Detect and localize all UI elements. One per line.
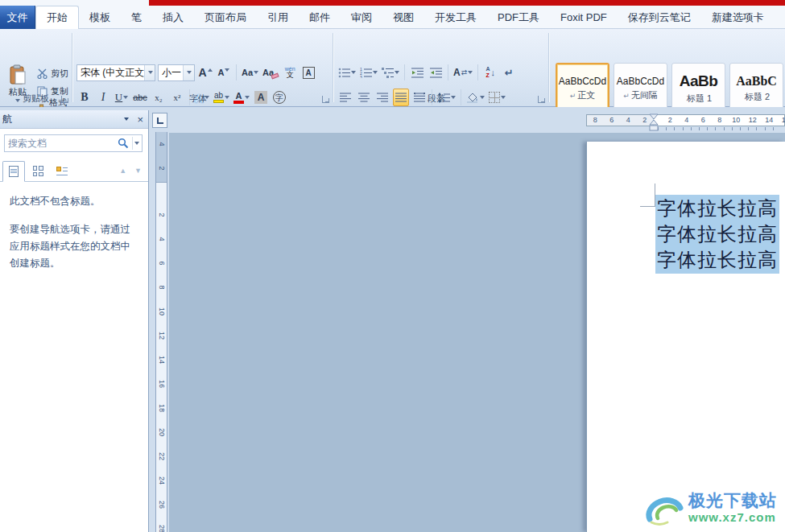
font-name-value: 宋体 (中文正文: [81, 66, 144, 80]
navigation-pane-title: 航: [2, 113, 12, 126]
font-group-label: 字体: [75, 93, 321, 105]
ribbon-tab[interactable]: 模板: [79, 6, 121, 29]
ribbon-tab[interactable]: Foxit PDF: [550, 6, 618, 29]
browse-results-tab[interactable]: [51, 160, 73, 181]
grow-caret-icon: [208, 68, 213, 72]
sort-button[interactable]: AZ ↓: [482, 64, 498, 81]
browse-headings-tab[interactable]: [2, 161, 25, 182]
decrease-indent-icon: [411, 68, 423, 78]
ribbon-tab[interactable]: 笔: [121, 6, 152, 29]
ribbon-tab[interactable]: 插入: [152, 6, 194, 29]
change-case-button[interactable]: Aa: [241, 64, 259, 81]
ruler-number: 4: [620, 115, 637, 126]
ribbon-tab[interactable]: 邮件: [299, 6, 341, 29]
tab-selector-button[interactable]: [152, 113, 167, 128]
pane-options-caret-icon[interactable]: [124, 118, 129, 121]
shrink-font-button[interactable]: A: [216, 64, 232, 81]
phonetic-guide-button[interactable]: wén 文: [282, 64, 298, 81]
clipboard-dialog-launcher[interactable]: [61, 96, 68, 103]
selected-text-block: 字体拉长拉高字体拉长拉高字体拉长拉高: [655, 195, 779, 274]
top-red-bar: [149, 0, 785, 6]
word-window: 文件 开始模板笔插入页面布局引用邮件审阅视图开发工具PDF工具Foxit PDF…: [0, 0, 785, 532]
ribbon-tab[interactable]: 审阅: [341, 6, 382, 29]
svg-text:3: 3: [360, 74, 362, 78]
asian-layout-button[interactable]: A ⇄: [452, 64, 473, 81]
ruler-number: 8: [587, 115, 604, 126]
style-name: 无间隔: [631, 89, 658, 101]
character-border-icon: A: [303, 67, 315, 79]
ribbon-tab-bar: 文件 开始模板笔插入页面布局引用邮件审阅视图开发工具PDF工具Foxit PDF…: [0, 0, 785, 29]
bullets-button[interactable]: [337, 64, 357, 81]
ribbon-tab[interactable]: 开始: [35, 6, 79, 30]
cut-button[interactable]: 剪切: [37, 64, 68, 82]
ruler-number: 10: [728, 115, 745, 126]
ruler-number: 14: [761, 115, 778, 126]
previous-result-arrow-icon[interactable]: ▲: [119, 167, 126, 175]
document-area: 字体拉长拉高字体拉长拉高字体拉长拉高 极光下载站 www.xz7.com: [169, 133, 785, 532]
vertical-ruler-column: 42 246810121416182022242628: [150, 107, 169, 532]
search-input[interactable]: [8, 138, 118, 149]
ribbon-tab[interactable]: 视图: [382, 6, 424, 29]
page-thumbnails-icon: [33, 166, 43, 176]
font-name-combo[interactable]: 宋体 (中文正文: [76, 64, 155, 81]
bullets-icon: [338, 68, 350, 78]
search-box: [4, 134, 143, 152]
font-name-caret-icon[interactable]: [144, 65, 155, 80]
increase-indent-button[interactable]: [428, 64, 444, 81]
watermark-logo-icon: [643, 487, 685, 529]
clear-formatting-button[interactable]: Aa: [262, 64, 279, 81]
ruler-number: 6: [695, 115, 712, 126]
numbering-button[interactable]: 123: [359, 64, 378, 81]
decrease-indent-button[interactable]: [409, 64, 425, 81]
ribbon-tab[interactable]: 开发工具: [424, 6, 487, 29]
tab-file[interactable]: 文件: [0, 6, 35, 29]
search-options-caret-icon[interactable]: [134, 142, 139, 145]
document-text-line[interactable]: 字体拉长拉高: [657, 196, 778, 221]
document-page[interactable]: 字体拉长拉高字体拉长拉高字体拉长拉高 极光下载站 www.xz7.com: [586, 142, 785, 532]
grow-font-button[interactable]: A: [197, 64, 213, 81]
ribbon-tab[interactable]: 引用: [257, 6, 299, 29]
style-sample: AaBb: [680, 72, 718, 90]
show-marks-button[interactable]: ↵: [501, 64, 517, 81]
style-sample: AaBbCcDd: [617, 76, 664, 87]
document-text-line[interactable]: 字体拉长拉高: [657, 247, 778, 273]
ribbon-tab[interactable]: 页面布局: [194, 6, 257, 29]
style-name: 正文: [577, 89, 595, 101]
ruler-number: 4: [679, 115, 696, 126]
pane-close-icon[interactable]: ×: [137, 113, 143, 126]
paragraph-mark-icon: ↵: [505, 67, 514, 79]
ribbon-tab[interactable]: 保存到云笔记: [618, 6, 701, 29]
no-headings-message: 此文档不包含标题。: [10, 193, 138, 210]
multilevel-list-icon: [382, 68, 394, 78]
main-area: 航 ×: [0, 107, 785, 532]
asian-layout-glyph: A: [453, 67, 461, 78]
ribbon-tab[interactable]: PDF工具: [487, 6, 550, 29]
search-divider: [132, 137, 133, 150]
font-size-value: 小一: [162, 66, 181, 80]
sort-arrow-icon: ↓: [491, 68, 496, 77]
navigation-pane-header: 航 ×: [0, 110, 148, 129]
paragraph-dialog-launcher[interactable]: [538, 96, 545, 103]
search-results-icon: [56, 166, 68, 176]
font-size-caret-icon[interactable]: [183, 65, 194, 80]
document-text-line[interactable]: 字体拉长拉高: [657, 221, 778, 247]
ruler-number: 2: [662, 115, 679, 126]
multilevel-caret-icon: [395, 71, 399, 74]
character-border-button[interactable]: A: [300, 64, 316, 81]
browse-pages-tab[interactable]: [27, 160, 49, 181]
next-result-arrow-icon[interactable]: ▼: [134, 167, 142, 175]
font-size-combo[interactable]: 小一: [158, 64, 195, 81]
increase-indent-icon: [430, 68, 442, 78]
clipboard-icon: [9, 64, 27, 85]
multilevel-list-button[interactable]: [381, 64, 400, 81]
style-name: 标题 2: [745, 91, 770, 103]
ruler-number: 12: [745, 115, 762, 126]
asian-layout-arrow-icon: ⇄: [461, 68, 468, 76]
phonetic-guide-icon: wén 文: [285, 66, 295, 79]
ribbon-tab[interactable]: 新建选项卡: [701, 6, 775, 29]
horizontal-ruler-bar: 8642 246810121416: [586, 114, 785, 126]
font-dialog-launcher[interactable]: [322, 96, 329, 103]
ruler-number: 16: [778, 115, 785, 126]
search-icon[interactable]: [118, 138, 129, 149]
group-font: 宋体 (中文正文 小一 A A Aa Aa: [75, 29, 333, 106]
